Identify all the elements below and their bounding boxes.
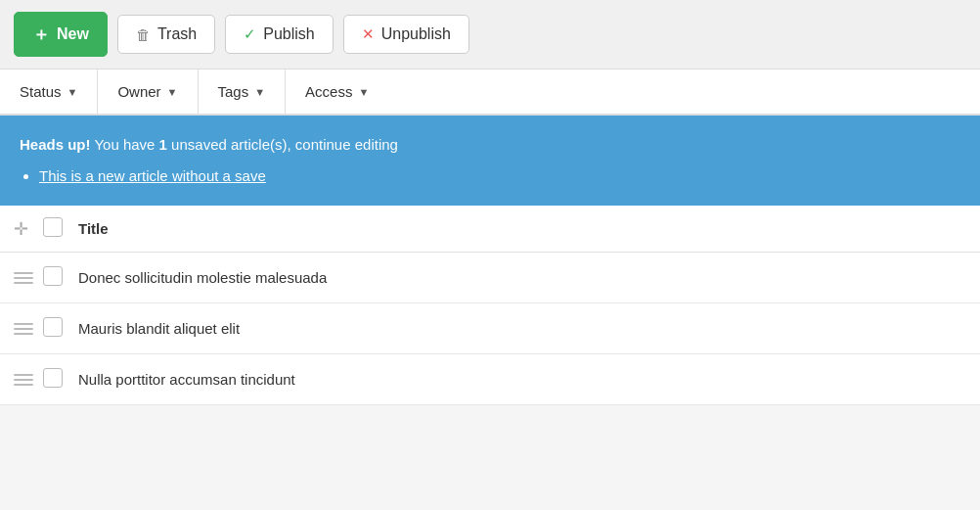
table-row: Donec sollicitudin molestie malesuada xyxy=(0,253,980,303)
chevron-down-icon: ▼ xyxy=(254,86,265,98)
row-checkbox-col xyxy=(43,266,78,289)
filter-tags[interactable]: Tags ▼ xyxy=(199,70,287,114)
article-title[interactable]: Nulla porttitor accumsan tincidunt xyxy=(78,371,295,388)
filter-row: Status ▼ Owner ▼ Tags ▼ Access ▼ xyxy=(0,70,980,116)
plus-icon: ＋ xyxy=(32,23,50,46)
new-button[interactable]: ＋ New xyxy=(14,12,108,57)
article-title[interactable]: Donec sollicitudin molestie malesuada xyxy=(78,269,327,286)
filter-access-label: Access xyxy=(305,83,352,100)
table-row: Nulla porttitor accumsan tincidunt xyxy=(0,354,980,405)
header-checkbox-col xyxy=(43,217,78,240)
trash-icon: 🗑 xyxy=(136,26,151,43)
row-checkbox-col xyxy=(43,368,78,391)
drag-lines xyxy=(14,272,33,284)
unpublish-button-label: Unpublish xyxy=(381,25,451,43)
drag-lines xyxy=(14,323,33,335)
filter-owner-label: Owner xyxy=(117,83,160,100)
alert-message: You have 1 unsaved article(s), continue … xyxy=(94,136,398,153)
publish-button-label: Publish xyxy=(263,25,314,43)
chevron-down-icon: ▼ xyxy=(358,86,369,98)
unsaved-article-link[interactable]: This is a new article without a save xyxy=(39,167,266,184)
drag-handle-icon xyxy=(14,374,43,386)
chevron-down-icon: ▼ xyxy=(167,86,178,98)
unpublish-button[interactable]: ✕ Unpublish xyxy=(343,15,469,54)
trash-button[interactable]: 🗑 Trash xyxy=(117,15,215,54)
row-checkbox[interactable] xyxy=(43,317,63,337)
column-title-header: Title xyxy=(78,220,109,237)
article-list: Donec sollicitudin molestie malesuada Ma… xyxy=(0,253,980,405)
x-icon: ✕ xyxy=(362,25,375,43)
drag-handle-icon xyxy=(14,323,43,335)
drag-handle-header: ✛ xyxy=(14,218,43,240)
check-icon: ✓ xyxy=(244,25,256,43)
alert-text: Heads up! You have 1 unsaved article(s),… xyxy=(20,133,960,157)
toolbar: ＋ New 🗑 Trash ✓ Publish ✕ Unpublish xyxy=(0,0,980,70)
new-button-label: New xyxy=(57,25,89,43)
trash-button-label: Trash xyxy=(157,25,197,43)
chevron-down-icon: ▼ xyxy=(67,86,78,98)
publish-button[interactable]: ✓ Publish xyxy=(225,15,333,54)
crosshair-icon: ✛ xyxy=(14,219,28,239)
alert-banner: Heads up! You have 1 unsaved article(s),… xyxy=(0,116,980,206)
filter-status[interactable]: Status ▼ xyxy=(0,70,98,114)
row-checkbox-col xyxy=(43,317,78,340)
filter-tags-label: Tags xyxy=(218,83,249,100)
table-row: Mauris blandit aliquet elit xyxy=(0,303,980,354)
header-checkbox[interactable] xyxy=(43,217,63,237)
drag-lines xyxy=(14,374,33,386)
alert-prefix: Heads up! xyxy=(20,136,91,153)
drag-handle-icon xyxy=(14,272,43,284)
filter-status-label: Status xyxy=(20,83,62,100)
table-header: ✛ Title xyxy=(0,206,980,253)
filter-access[interactable]: Access ▼ xyxy=(286,70,388,114)
row-checkbox[interactable] xyxy=(43,266,63,286)
row-checkbox[interactable] xyxy=(43,368,63,388)
article-title[interactable]: Mauris blandit aliquet elit xyxy=(78,320,240,337)
filter-owner[interactable]: Owner ▼ xyxy=(98,70,198,114)
